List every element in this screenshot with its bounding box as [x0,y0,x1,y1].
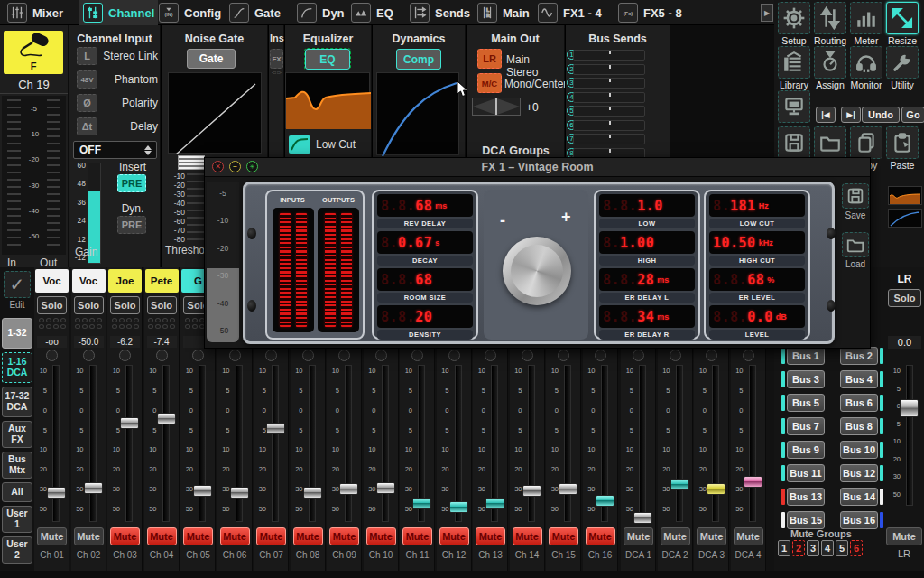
bus-10-button[interactable]: Bus 10 [840,441,878,459]
bus-15-button[interactable]: Bus 15 [787,511,825,529]
mute-group-4-button[interactable]: 4 [821,540,834,556]
pan-knob[interactable] [595,350,606,361]
pan-knob[interactable] [448,350,460,361]
tab-fx14[interactable]: FX1 - 4 [534,0,605,25]
pan-knob[interactable] [558,350,569,361]
resize-button[interactable] [886,2,919,34]
pan-knob[interactable] [743,350,754,361]
mute-button[interactable]: Mute [329,527,359,545]
pan-knob[interactable] [485,350,496,361]
mute-button[interactable]: Mute [293,527,323,545]
bus-send-slider[interactable] [573,120,645,131]
pan-knob[interactable] [302,350,314,361]
bus-9-button[interactable]: Bus 9 [787,441,825,459]
bus-12-button[interactable]: Bus 12 [840,464,878,482]
paste-button[interactable] [886,126,919,159]
insert-source-select[interactable]: OFF [73,141,157,159]
fader-track[interactable] [382,365,389,522]
mute-button[interactable]: Mute [256,527,286,545]
pan-knob[interactable] [265,350,277,361]
bank-aux-fx[interactable]: Aux FX [2,421,32,448]
fader-cap[interactable] [670,479,689,490]
bus-send-slider[interactable] [573,134,645,144]
tab-sends[interactable]: Sends [406,0,474,25]
bus-2-button[interactable]: Bus 2 [840,347,878,365]
cues-button[interactable] [778,90,810,123]
fader-cap[interactable] [303,487,322,499]
mute-button[interactable]: Mute [661,527,690,545]
mute-group-6-button[interactable]: 6 [850,540,863,556]
tab-mixer[interactable]: Mixer [4,0,67,25]
bus-4-button[interactable]: Bus 4 [840,370,878,388]
main-lr-button[interactable]: LR [477,49,502,69]
mute-button[interactable]: Mute [624,527,653,545]
fader-track[interactable] [528,365,535,522]
tab-main[interactable]: LRMain [474,0,533,25]
bus-1-button[interactable]: Bus 1 [787,347,825,365]
gate-button[interactable]: Gate [187,49,236,69]
routing-button[interactable] [814,2,846,34]
mute-button[interactable]: Mute [366,527,396,545]
fader-track[interactable] [564,365,571,522]
fader-cap[interactable] [230,487,249,499]
fader-cap[interactable] [412,498,431,509]
stereo-link-button[interactable]: L [77,47,97,65]
mute-button[interactable]: Mute [476,527,505,545]
pan-knob[interactable] [375,350,387,361]
insert-pre-button[interactable]: PRE [117,174,146,192]
fader-track[interactable] [712,365,719,522]
mute-button[interactable]: Mute [110,527,140,545]
fader-cap[interactable] [522,485,541,497]
go-button[interactable]: Go [901,107,924,123]
prev-scene-button[interactable]: |◀ [816,107,836,123]
pan-knob[interactable] [156,350,168,361]
assign-button[interactable] [814,46,846,79]
fader-track[interactable] [676,365,683,522]
lr-fader-track[interactable] [906,365,913,506]
fader-cap[interactable] [485,498,504,509]
fader-cap[interactable] [266,423,285,434]
next-scene-button[interactable]: ▶| [841,107,861,123]
fader-cap[interactable] [47,487,66,499]
fader-cap[interactable] [193,485,212,497]
tab-eq[interactable]: EQ [347,0,397,25]
fader-track[interactable] [89,365,97,522]
mute-group-1-button[interactable]: 1 [778,540,790,556]
fader-cap[interactable] [559,483,578,495]
pan-knob[interactable] [670,350,681,361]
pan-knob[interactable] [522,350,533,361]
pan-knob[interactable] [633,350,644,361]
lr-mute-button[interactable]: Mute [886,527,922,545]
bus-5-button[interactable]: Bus 5 [787,394,825,412]
tab-config[interactable]: (IN)Config [155,0,225,25]
lr-solo-button[interactable]: Solo [888,289,921,307]
mute-group-5-button[interactable]: 5 [836,540,848,556]
low-cut-icon[interactable] [289,135,310,154]
fader-track[interactable] [162,365,170,522]
fader-cap[interactable] [744,476,762,488]
fader-cap[interactable] [84,482,103,494]
mute-button[interactable]: Mute [697,527,726,545]
tab-channel[interactable]: Channel [79,0,158,25]
main-pan-control[interactable] [472,98,521,116]
undo-button[interactable]: Undo [862,107,900,123]
bus-11-button[interactable]: Bus 11 [787,464,825,482]
setup-button[interactable] [778,2,810,34]
ins-fx-button[interactable]: FX [270,49,283,69]
bus-16-button[interactable]: Bus 16 [840,511,878,529]
mono-center-button[interactable]: M/C [477,73,502,93]
fader-track[interactable] [199,365,206,522]
scribble-strip[interactable]: Pete [145,269,179,293]
fader-cap[interactable] [633,512,652,524]
pan-knob[interactable] [229,350,241,361]
mute-button[interactable]: Mute [183,527,213,545]
utility-button[interactable] [886,46,919,79]
fx-save-button[interactable] [842,183,869,209]
eq-button[interactable]: EQ [305,49,350,70]
mute-button[interactable]: Mute [402,527,432,545]
fader-cap[interactable] [596,495,614,507]
mute-group-3-button[interactable]: 3 [807,540,819,556]
bus-6-button[interactable]: Bus 6 [840,394,878,412]
bus-14-button[interactable]: Bus 14 [840,488,878,506]
fader-track[interactable] [749,365,756,522]
